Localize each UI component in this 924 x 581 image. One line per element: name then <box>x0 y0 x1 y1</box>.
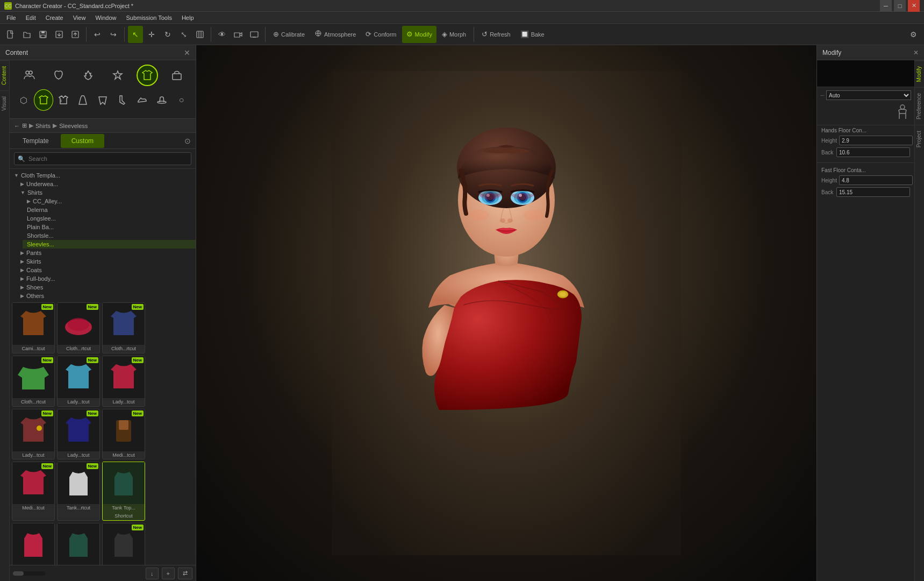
frame-tool[interactable] <box>192 26 207 43</box>
bake-button[interactable]: 🔲 Bake <box>516 26 549 43</box>
template-tab[interactable]: Template <box>12 134 60 148</box>
tree-item-shirts[interactable]: ▼ Shirts <box>16 188 196 197</box>
characters-icon-btn[interactable] <box>18 65 40 86</box>
project-side-tab[interactable]: Project <box>915 125 924 153</box>
undo-button[interactable]: ↩ <box>90 26 105 43</box>
open-button[interactable] <box>19 26 34 43</box>
add-button[interactable]: + <box>162 568 175 579</box>
all-category-btn[interactable]: ⬡ <box>14 89 34 111</box>
tree-item-skirts[interactable]: ▶ Skirts <box>16 257 196 266</box>
content-close-button[interactable]: ✕ <box>184 48 190 57</box>
modify-side-tab[interactable]: Modify <box>915 60 924 87</box>
tree-item-delerna[interactable]: Delerna <box>23 206 196 214</box>
settings-button[interactable]: ⚙ <box>906 26 921 43</box>
maximize-button[interactable]: □ <box>894 0 906 12</box>
skin-icon-btn[interactable] <box>77 65 99 86</box>
grid-item-cloth1[interactable]: New Cloth...rtcut <box>57 302 100 353</box>
conform-button[interactable]: ⟳ Conform <box>361 26 400 43</box>
menu-window[interactable]: Window <box>91 13 120 22</box>
rotate-tool[interactable]: ↻ <box>160 26 175 43</box>
grid-item-tank-top-shortcut[interactable]: Tank Top... Shortcut <box>102 462 145 521</box>
minimize-button[interactable]: ─ <box>880 0 892 12</box>
jacket-category-btn[interactable] <box>53 89 73 111</box>
new-button[interactable] <box>3 26 18 43</box>
tree-item-plain-basic[interactable]: Plain Ba... <box>23 223 196 231</box>
save-button[interactable] <box>35 26 51 43</box>
menu-submission-tools[interactable]: Submission Tools <box>122 13 176 22</box>
grid-item-medi1[interactable]: New Medi...tcut <box>102 409 145 460</box>
grid-item-tanktop-green[interactable]: Tank Top... Shortcut <box>57 523 100 565</box>
auto-dropdown[interactable]: Auto <box>826 90 911 100</box>
menu-create[interactable]: Create <box>41 13 68 22</box>
visual-side-tab[interactable]: Visual <box>0 90 9 116</box>
calibrate-button[interactable]: ⊕ Calibrate <box>269 26 309 43</box>
grid-item-lady2[interactable]: New Lady...tcut <box>102 356 145 407</box>
tree-item-cloth-template[interactable]: ▼ Cloth Templa... <box>10 171 196 180</box>
import-button[interactable] <box>52 26 67 43</box>
grid-item-lady3[interactable]: New Lady...tcut <box>12 409 55 460</box>
preference-side-tab[interactable]: Preference <box>915 87 924 125</box>
atmosphere-button[interactable]: Atmosphere <box>310 26 360 43</box>
tree-item-coats[interactable]: ▶ Coats <box>16 266 196 274</box>
grid-item-cami[interactable]: New Cami...tcut <box>12 302 55 353</box>
right-panel-close[interactable]: ✕ <box>913 49 919 56</box>
select-tool[interactable]: ↖ <box>128 26 143 43</box>
custom-tab[interactable]: Custom <box>61 134 104 148</box>
h-scrollbar[interactable] <box>13 571 45 576</box>
back-input-1[interactable] <box>836 147 910 157</box>
height-input-1[interactable] <box>839 136 913 145</box>
shoes-category-btn[interactable] <box>132 89 152 111</box>
tree-item-sleeveless[interactable]: Sleevles... <box>23 240 196 249</box>
export-button[interactable] <box>68 26 83 43</box>
tree-item-longsleeve[interactable]: Longslee... <box>23 214 196 223</box>
download-button[interactable]: ↓ <box>146 568 159 579</box>
grid-item-cloth3[interactable]: New Cloth...rtcut <box>12 356 55 407</box>
screen-button[interactable] <box>247 26 262 43</box>
tree-item-pants[interactable]: ▶ Pants <box>16 249 196 257</box>
tree-item-underwear[interactable]: ▶ Underwea... <box>16 180 196 188</box>
accessory-icon-btn[interactable] <box>107 65 128 86</box>
grid-item-tanktop-red[interactable]: Tank Top_... Shortcut <box>12 523 55 565</box>
menu-file[interactable]: File <box>2 13 20 22</box>
tree-item-fullbody[interactable]: ▶ Full-body... <box>16 274 196 283</box>
camera-button[interactable] <box>231 26 246 43</box>
clothing-icon-btn[interactable] <box>137 65 158 86</box>
grid-item-medi2[interactable]: New Medi...tcut <box>12 462 55 521</box>
scale-tool[interactable]: ⤡ <box>176 26 191 43</box>
hair-icon-btn[interactable] <box>48 65 69 86</box>
hat-category-btn[interactable] <box>152 89 172 111</box>
eye-toggle[interactable]: 👁 <box>214 26 230 43</box>
redo-button[interactable]: ↪ <box>106 26 121 43</box>
shirt-category-btn[interactable] <box>34 89 54 111</box>
grid-item-cloth2[interactable]: New Cloth...rtcut <box>102 302 145 353</box>
tree-item-shortsleeve[interactable]: Shortsle... <box>23 231 196 240</box>
link-button[interactable]: ⇄ <box>178 568 192 579</box>
close-button[interactable]: ✕ <box>908 0 920 12</box>
tree-item-cc-alley[interactable]: ▶ CC_Alley... <box>23 197 196 206</box>
grid-item-lady1[interactable]: New Lady...tcut <box>57 356 100 407</box>
bottom-category-btn[interactable] <box>93 89 113 111</box>
move-tool[interactable]: ✛ <box>144 26 159 43</box>
props-icon-btn[interactable] <box>166 65 188 86</box>
menu-edit[interactable]: Edit <box>22 13 40 22</box>
modify-button[interactable]: ⚙ Modify <box>402 26 436 43</box>
breadcrumb-shirts[interactable]: Shirts <box>35 123 51 129</box>
socks-category-btn[interactable] <box>112 89 132 111</box>
back-input-2[interactable] <box>836 187 910 197</box>
height-input-2[interactable] <box>839 175 913 185</box>
morph-button[interactable]: ◈ Morph <box>438 26 470 43</box>
breadcrumb-home[interactable]: ⊞ <box>22 122 27 129</box>
content-side-tab[interactable]: Content <box>0 60 9 90</box>
dress-category-btn[interactable] <box>73 89 93 111</box>
circle-category-btn[interactable]: ○ <box>171 89 191 111</box>
tab-settings-button[interactable]: ⊙ <box>182 135 194 147</box>
breadcrumb-back[interactable]: ← <box>14 123 20 129</box>
menu-help[interactable]: Help <box>177 13 198 22</box>
menu-view[interactable]: View <box>69 13 90 22</box>
tree-item-others[interactable]: ▶ Others <box>16 292 196 300</box>
grid-item-tank1[interactable]: New Tank...rtcut <box>57 462 100 521</box>
breadcrumb-sleeveless[interactable]: Sleeveless <box>59 123 88 129</box>
refresh-button[interactable]: ↺ Refresh <box>477 26 515 43</box>
tree-item-shoes[interactable]: ▶ Shoes <box>16 283 196 292</box>
grid-item-tank-dark[interactable]: New Tank-...rtcut <box>102 523 145 565</box>
